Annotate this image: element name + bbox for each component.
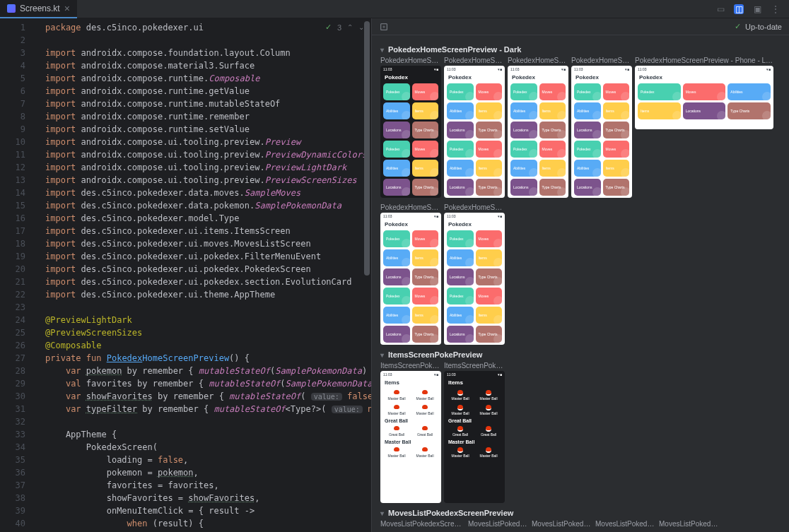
inspection-hints[interactable]: ✓ 3 ⌃ ⌄	[325, 23, 364, 32]
preview-label: PokedexHomeScreenP...	[380, 203, 441, 211]
preview-label: PokedexHomeScreenP...	[444, 203, 505, 211]
preview-label: MovesListPokedexScreenPreview	[380, 520, 465, 528]
preview-header: ✓ Up-to-date	[372, 18, 789, 35]
main-area: ✓ 3 ⌃ ⌄ 12345678910111213141516171819202…	[0, 18, 789, 532]
preview-label: MovesListPokedexScr...	[532, 520, 592, 528]
tab-bar-actions: ▭ ◫ ▣ ⋮	[715, 4, 789, 14]
preview-pane: ✓ Up-to-date ▾PokedexHomeScreenPreview -…	[372, 18, 789, 532]
preview-label: PokedexHomeScreenPreview - Phone - Lands…	[635, 57, 773, 64]
preview-thumbnail[interactable]: 11:03▾■PokedexPokedexMovesAbilitiesItems…	[380, 66, 441, 198]
design-view-icon[interactable]: ▣	[752, 4, 762, 14]
preview-label: MovesListPokedexScr...	[659, 520, 720, 528]
file-tab[interactable]: Screens.kt ×	[0, 0, 77, 18]
preview-group-header[interactable]: ▾ItemsScreenPokePreview	[380, 350, 781, 359]
preview-thumbnail[interactable]: 11:03▾■ItemsMaster BallMaster BallMaster…	[444, 371, 505, 503]
preview-group-header[interactable]: ▾MovesListPokedexScreenPreview	[380, 509, 781, 517]
tab-bar: Screens.kt × ▭ ◫ ▣ ⋮	[0, 0, 789, 18]
preview-label: PokedexHomeScreenP...	[508, 57, 568, 64]
preview-thumbnail[interactable]: 11:03▾■PokedexPokedexMovesAbilitiesItems…	[380, 213, 441, 345]
close-icon[interactable]: ×	[64, 4, 70, 13]
preview-group-header[interactable]: ▾PokedexHomeScreenPreview - Dark	[380, 45, 781, 54]
preview-label: PokedexHomeScreenP...	[380, 57, 441, 64]
preview-label: PokedexHomeScreenP...	[444, 57, 505, 64]
preview-label: MovesListPokedexScr...	[468, 520, 529, 528]
preview-label: PokedexHomeScreenP...	[571, 57, 632, 64]
chevron-down-icon: ▾	[380, 46, 384, 54]
editor-pane: ✓ 3 ⌃ ⌄ 12345678910111213141516171819202…	[0, 18, 372, 532]
preview-label: MovesListPokedexScr...	[595, 520, 656, 528]
check-icon: ✓	[325, 23, 332, 32]
preview-thumbnail[interactable]: 11:03▾■PokedexPokedexMovesAbilitiesItems…	[508, 66, 568, 198]
chevron-up-icon[interactable]: ⌃	[347, 23, 353, 31]
more-icon[interactable]: ⋮	[771, 4, 781, 14]
tab-filename: Screens.kt	[20, 4, 60, 13]
editor-scrollbar[interactable]	[363, 18, 371, 532]
check-icon: ✓	[735, 22, 741, 31]
preview-label: ItemsScreenPokePrevi...	[444, 362, 505, 370]
line-gutter: 1234567891011121314151617181920212223242…	[0, 18, 40, 532]
chevron-down-icon[interactable]: ⌄	[358, 23, 364, 31]
code-view-icon[interactable]: ▭	[715, 4, 725, 14]
scrollbar-thumb[interactable]	[364, 21, 370, 276]
preview-thumbnail[interactable]: 11:03▾■PokedexPokedexMovesAbilitiesItems…	[571, 66, 632, 198]
refresh-icon[interactable]	[379, 22, 389, 32]
preview-body[interactable]: ▾PokedexHomeScreenPreview - DarkPokedexH…	[372, 35, 789, 532]
preview-status: ✓ Up-to-date	[735, 22, 782, 31]
preview-thumbnail[interactable]: 11:03▾■ItemsMaster BallMaster BallMaster…	[380, 371, 441, 503]
preview-thumbnail[interactable]: 11:03▾■PokedexPokedexMovesAbilitiesItems…	[444, 66, 505, 198]
preview-label: ItemsScreenPokePrevi...	[380, 362, 441, 370]
split-view-icon[interactable]: ◫	[734, 4, 744, 14]
kotlin-file-icon	[7, 4, 16, 13]
chevron-down-icon: ▾	[380, 351, 384, 359]
preview-thumbnail[interactable]: 11:03▾■PokedexPokedexMovesAbilitiesItems…	[635, 66, 773, 129]
hints-count: 3	[337, 23, 341, 32]
code-area[interactable]: package des.c5inco.pokedexer.uiimport an…	[40, 18, 371, 532]
chevron-down-icon: ▾	[380, 509, 384, 517]
preview-thumbnail[interactable]: 11:03▾■PokedexPokedexMovesAbilitiesItems…	[444, 213, 505, 345]
editor-content[interactable]: 1234567891011121314151617181920212223242…	[0, 18, 371, 532]
